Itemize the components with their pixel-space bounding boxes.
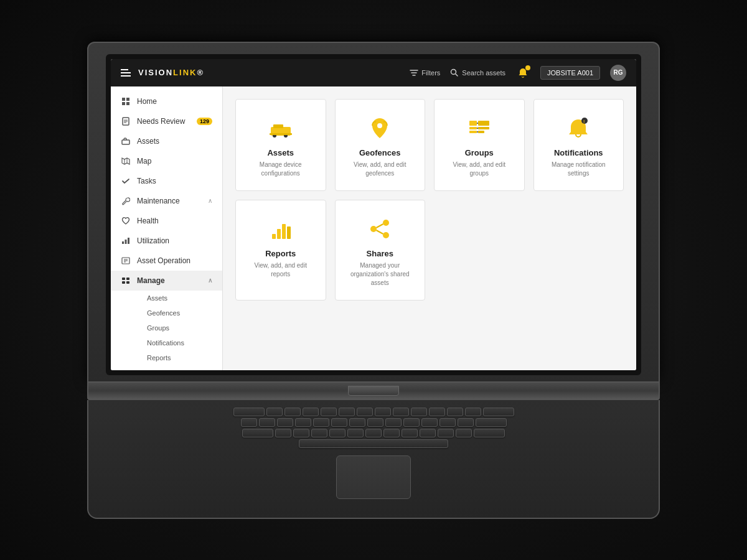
menu-icon[interactable] [121,69,131,77]
sidebar-sub: Assets Geofences Groups Notifications [111,291,222,370]
jobsite-button[interactable]: JOBSITE A001 [540,66,600,80]
sidebar-item-assets[interactable]: Assets [111,131,222,151]
sidebar-item-maintenance[interactable]: Maintenance ∧ [111,191,222,211]
sub-assets-label: Assets [147,294,167,302]
map-label: Map [137,157,151,166]
card-geofences-desc: View, add, and edit geofences [345,161,415,178]
sidebar-item-asset-operation[interactable]: Asset Operation [111,251,222,271]
sub-notifications-label: Notifications [147,339,184,347]
svg-line-48 [377,224,383,228]
sidebar-item-utilization[interactable]: Utilization [111,231,222,251]
svg-rect-28 [270,133,292,135]
maintenance-label: Maintenance [137,197,180,205]
sidebar-item-needs-review[interactable]: Needs Review 129 [111,111,222,131]
sub-geofences-label: Geofences [147,309,180,317]
svg-line-49 [377,230,383,234]
svg-rect-32 [469,131,477,133]
card-geofences[interactable]: Geofences View, add, and edit geofences [335,99,426,191]
card-notifications-title: Notifications [554,148,603,157]
laptop-base [87,383,660,400]
card-reports[interactable]: Reports View, add, and edit reports [235,200,326,301]
home-icon [121,96,131,106]
svg-point-45 [383,220,389,226]
svg-rect-25 [273,124,283,128]
sidebar-item-health[interactable]: Health [111,211,222,231]
svg-rect-42 [277,229,281,239]
card-notifications[interactable]: ! Notifications Manage notification sett… [533,99,624,191]
sidebar-item-home[interactable]: Home [111,91,222,111]
sidebar-sub-notifications[interactable]: Notifications [137,335,222,350]
jobsite-label: JOBSITE A001 [547,69,593,77]
svg-rect-4 [126,102,129,105]
svg-rect-31 [469,127,477,129]
svg-rect-20 [122,278,125,280]
search-button[interactable]: Search assets [450,68,505,77]
svg-rect-41 [272,234,276,239]
card-groups[interactable]: Groups View, add, and edit groups [434,99,525,191]
health-label: Health [137,217,159,225]
sidebar-item-manage[interactable]: Manage ∧ [111,271,222,291]
svg-marker-10 [122,158,129,164]
card-assets[interactable]: Assets Manage device configurations [235,99,326,191]
screen-bezel: VISIONLINK® Filters [106,54,641,375]
manage-label: Manage [137,276,165,285]
svg-rect-3 [122,102,125,105]
sub-shares-label: Shares [147,369,169,370]
svg-rect-15 [128,238,129,244]
logo-vision: VISION [138,68,173,77]
sub-groups-label: Groups [147,324,169,332]
card-shares-icon [366,215,393,243]
svg-rect-23 [126,281,129,284]
touchpad[interactable] [336,455,411,499]
logo-suffix: ® [197,68,204,77]
card-shares-title: Shares [367,249,393,258]
sidebar-sub-geofences[interactable]: Geofences [137,306,222,320]
notification-badge[interactable] [515,65,530,80]
logo-text: VISIONLINK® [138,68,204,77]
asset-operation-icon [121,256,131,266]
laptop-screen: VISIONLINK® Filters [111,59,636,370]
filters-label: Filters [421,69,440,77]
filters-button[interactable]: Filters [410,68,440,77]
user-avatar[interactable]: RG [610,65,626,81]
svg-text:!: ! [583,119,585,124]
utilization-label: Utilization [137,236,169,245]
svg-point-46 [370,226,377,232]
card-notifications-desc: Manage notification settings [544,161,614,178]
card-geofences-icon [366,114,393,142]
assets-label: Assets [137,137,159,146]
card-assets-title: Assets [267,148,294,157]
card-shares[interactable]: Shares Managed your organization's share… [335,200,426,301]
topbar: VISIONLINK® Filters [111,59,636,86]
app-body: Home Needs Review 129 [111,86,636,370]
card-groups-icon [466,114,493,142]
sidebar-sub-groups[interactable]: Groups [137,320,222,335]
svg-rect-22 [122,281,125,284]
sidebar-sub-assets[interactable]: Assets [137,291,222,306]
sidebar-item-map[interactable]: Map [111,151,222,171]
manage-icon [121,276,131,286]
sub-reports-label: Reports [147,354,171,362]
tasks-label: Tasks [137,177,156,185]
cards-row1: Assets Manage device configurations [235,99,624,191]
sidebar-item-tasks[interactable]: Tasks [111,171,222,191]
card-reports-desc: View, add, and edit reports [246,261,316,279]
svg-rect-21 [126,278,129,280]
sidebar: Home Needs Review 129 [111,86,223,370]
filter-icon [410,68,418,77]
laptop: VISIONLINK® Filters [87,42,660,519]
sidebar-sub-reports[interactable]: Reports [137,350,222,365]
app-logo: VISIONLINK® [138,68,204,77]
card-reports-title: Reports [265,249,296,258]
cards-row2: Reports View, add, and edit reports [235,200,624,301]
logo-link: LINK [173,68,197,77]
laptop-lid: VISIONLINK® Filters [87,42,660,383]
search-icon [450,68,459,77]
main-content: Assets Manage device configurations [223,86,636,370]
card-placeholder-1 [434,200,525,301]
sidebar-sub-shares[interactable]: Shares [137,365,222,370]
needs-review-label: Needs Review [137,117,185,126]
health-icon [121,216,131,226]
card-geofences-title: Geofences [359,148,400,157]
card-assets-desc: Manage device configurations [246,161,316,178]
